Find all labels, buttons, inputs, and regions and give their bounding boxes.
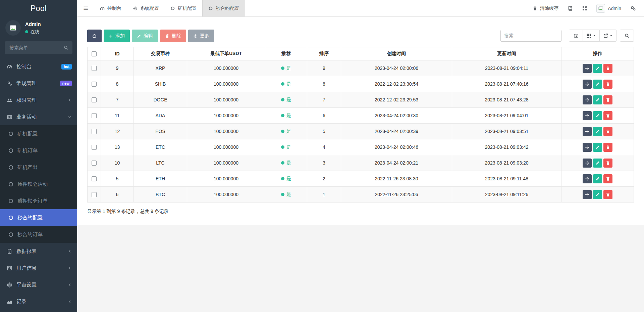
sidebar-subitem[interactable]: 秒合约订单 [0,226,77,243]
recommend-toggle[interactable]: 是 [281,97,291,103]
select-all-checkbox[interactable] [92,51,97,56]
row-checkbox[interactable] [92,97,97,102]
delete-row-button[interactable] [603,127,612,136]
edit-row-button[interactable] [593,143,602,152]
fullscreen-icon[interactable] [582,6,587,11]
row-checkbox[interactable] [92,66,97,71]
recommend-toggle[interactable]: 是 [281,144,291,150]
edit-row-button[interactable] [593,190,602,199]
refresh-button[interactable] [87,30,102,42]
sidebar-item[interactable]: 平台设置 [0,276,77,293]
sidebar-item[interactable]: 业务活动 [0,108,77,125]
clear-cache-button[interactable]: 清除缓存 [533,5,558,11]
recommend-dot-icon [281,114,284,117]
navbar-tab[interactable]: 矿机配置 [165,0,202,16]
avatar[interactable] [5,20,21,36]
row-checkbox[interactable] [92,82,97,87]
delete-row-button[interactable] [603,159,612,168]
sidebar-subitem[interactable]: 矿机订单 [0,142,77,159]
row-checkbox[interactable] [92,145,97,150]
navbar-tab[interactable]: 系统配置 [127,0,165,16]
row-checkbox[interactable] [92,113,97,118]
row-checkbox[interactable] [92,129,97,134]
delete-button[interactable]: 删除 [160,30,186,42]
edit-row-button[interactable] [593,64,602,73]
edit-button[interactable]: 编辑 [132,30,158,42]
cell-created-at: 2023-04-24 02:00:39 [341,124,452,139]
settings-cogs-icon[interactable] [630,5,636,11]
cell-created-at: 2022-12-02 23:29:53 [341,92,452,108]
edit-row-button[interactable] [593,159,602,168]
caret-down-icon [609,34,613,37]
pagination-summary: 显示第 1 到第 9 条记录，总共 9 条记录 [87,209,634,215]
navbar-tab[interactable]: 秒合约配置 [202,0,245,16]
move-row-button[interactable] [583,174,592,183]
sidebar-subitem[interactable]: 质押锁仓活动 [0,176,77,192]
row-checkbox[interactable] [92,192,97,197]
sidebar-subitem[interactable]: 矿机配置 [0,125,77,142]
edit-row-button[interactable] [593,111,602,120]
sidebar-item[interactable]: 记录 [0,293,77,310]
move-row-button[interactable] [583,64,592,73]
export-button[interactable] [600,30,616,42]
recommend-label: 是 [286,128,291,134]
row-checkbox[interactable] [92,161,97,166]
recommend-toggle[interactable]: 是 [281,176,291,182]
sidebar-subitem[interactable]: 矿机产出 [0,159,77,176]
data-table: ID交易币种最低下单USDT推荐排序创建时间更新时间操作 9XRP100.000… [87,47,634,203]
delete-row-button[interactable] [603,143,612,152]
move-row-button[interactable] [583,80,592,89]
recommend-toggle[interactable]: 是 [281,191,291,197]
edit-row-button[interactable] [593,174,602,183]
report-icon [7,249,12,254]
recommend-toggle[interactable]: 是 [281,65,291,71]
hamburger-menu-button[interactable]: ☰ [77,0,94,16]
delete-row-button[interactable] [603,95,612,104]
move-row-button[interactable] [583,127,592,136]
search-icon [64,45,68,50]
delete-row-button[interactable] [603,64,612,73]
edit-row-button[interactable] [593,127,602,136]
move-row-button[interactable] [583,95,592,104]
navbar-tab[interactable]: 控制台 [94,0,127,16]
row-checkbox[interactable] [92,176,97,181]
chevron-left-icon [68,300,72,304]
cell-coin: XRP [134,60,187,76]
edit-row-button[interactable] [593,95,602,104]
sidebar-item[interactable]: 用户信息 [0,260,77,276]
move-row-button[interactable] [583,190,592,199]
cell-coin: DOGE [134,92,187,108]
delete-row-button[interactable] [603,190,612,199]
trash-icon [606,129,610,134]
recommend-toggle[interactable]: 是 [281,113,291,119]
language-icon[interactable] [568,6,573,11]
delete-row-button[interactable] [603,111,612,120]
delete-row-button[interactable] [603,174,612,183]
user-menu[interactable]: Admin [596,4,621,13]
add-button[interactable]: 添加 [104,30,130,42]
sidebar-item[interactable]: 权限管理 [0,92,77,108]
detail-view-button[interactable] [569,30,583,42]
sidebar-subitem[interactable]: 质押锁仓订单 [0,192,77,209]
edit-row-button[interactable] [593,80,602,89]
search-button[interactable] [620,30,634,42]
pencil-icon [595,66,600,71]
recommend-toggle[interactable]: 是 [281,160,291,166]
sidebar-item[interactable]: 控制台hot [0,58,77,75]
cell-coin: ETC [134,139,187,155]
recommend-toggle[interactable]: 是 [281,128,291,134]
menu-search-input[interactable] [9,45,64,51]
columns-button[interactable] [583,30,600,42]
sidebar-item[interactable]: 数据报表 [0,243,77,260]
move-row-button[interactable] [583,143,592,152]
cell-created-at: 2023-04-24 02:00:30 [341,108,452,124]
cell-sort: 8 [307,76,341,92]
table-search-input[interactable] [500,30,561,42]
recommend-toggle[interactable]: 是 [281,81,291,87]
sidebar-item[interactable]: 常规管理new [0,75,77,92]
move-row-button[interactable] [583,111,592,120]
more-button[interactable]: 更多 [188,30,214,42]
sidebar-subitem-active[interactable]: 秒合约配置 [0,209,77,226]
delete-row-button[interactable] [603,80,612,89]
move-row-button[interactable] [583,159,592,168]
